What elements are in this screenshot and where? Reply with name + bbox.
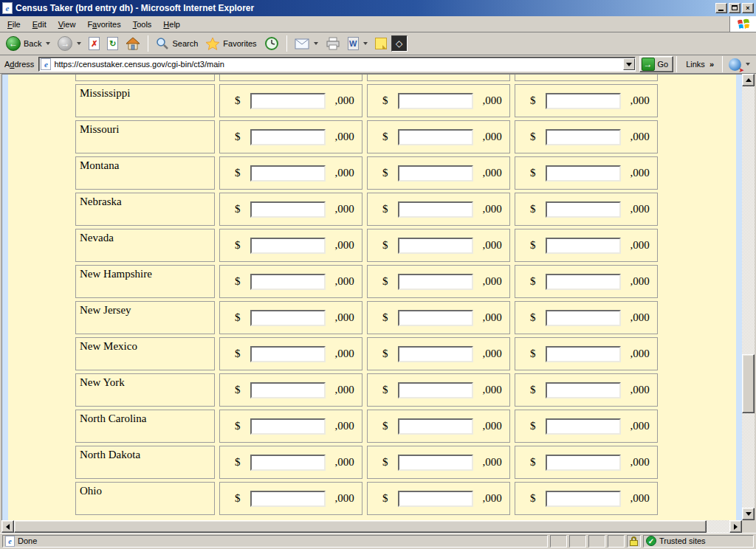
menu-item-view[interactable]: View [52,18,82,31]
amount-input[interactable] [398,129,473,145]
print-button[interactable] [323,34,343,53]
amount-cell: $,000 [367,446,510,479]
close-button[interactable]: × [742,3,754,13]
amount-input[interactable] [250,201,326,218]
amount-input[interactable] [546,455,621,471]
notes-button[interactable] [372,34,390,53]
diamond-plugin-button[interactable]: ◇ [391,35,408,52]
horizontal-scrollbar[interactable] [1,520,742,533]
amount-input[interactable] [546,201,621,218]
favorites-icon [205,37,220,50]
extension-dropdown-icon[interactable] [746,63,750,66]
amount-input[interactable] [250,491,326,507]
address-field[interactable]: e https://censustaker.census.gov/cgi-bin… [38,57,635,72]
edit-word-dropdown-icon[interactable] [363,42,368,45]
horizontal-scroll-track[interactable] [14,520,729,533]
amount-input[interactable] [546,310,621,326]
amount-input[interactable] [398,274,473,290]
home-button[interactable] [123,34,143,53]
address-url[interactable]: https://censustaker.census.gov/cgi-bin/c… [51,60,622,69]
forward-button[interactable]: → [55,34,84,53]
forward-dropdown-icon[interactable] [77,42,81,45]
amount-input[interactable] [250,93,326,109]
address-extension-button[interactable] [726,55,753,74]
status-panel-empty [608,535,625,548]
vertical-scroll-thumb[interactable] [742,354,755,413]
favorites-button[interactable]: Favorites [202,34,259,53]
toolbar-separator [722,56,723,72]
amount-input[interactable] [250,418,326,435]
amount-input[interactable] [398,382,473,398]
amount-input[interactable] [546,346,621,362]
stop-button[interactable]: ✗ [86,34,103,53]
amount-input[interactable] [546,491,621,507]
amount-input[interactable] [250,165,326,182]
amount-input[interactable] [250,346,326,362]
amount-input[interactable] [250,310,326,326]
refresh-button[interactable]: ↻ [104,34,121,53]
horizontal-scroll-thumb[interactable] [14,520,707,533]
amount-input[interactable] [250,238,326,254]
currency-prefix: $ [382,492,388,505]
amount-cell: $,000 [219,75,362,81]
thousands-suffix: ,000 [483,420,502,432]
state-label-cell: New Hampshire [75,265,215,298]
menu-item-help[interactable]: Help [157,18,186,31]
back-dropdown-icon[interactable] [46,42,50,45]
amount-input[interactable] [398,238,473,254]
menu-item-file[interactable]: File [1,18,27,31]
amount-input[interactable] [398,310,473,326]
minimize-button[interactable] [715,3,727,13]
amount-input[interactable] [398,165,473,182]
address-dropdown-button[interactable] [623,58,635,70]
amount-input[interactable] [546,129,621,145]
amount-input[interactable] [546,93,621,109]
amount-input[interactable] [546,165,621,182]
state-label-cell: Ohio [75,482,215,515]
mail-dropdown-icon[interactable] [314,42,318,45]
thousands-suffix: ,000 [630,420,650,432]
amount-input[interactable] [546,274,621,290]
amount-input[interactable] [250,382,326,398]
go-button[interactable]: → Go [639,56,674,72]
amount-input[interactable] [398,201,473,218]
scroll-right-button[interactable] [729,520,742,533]
amount-input[interactable] [398,491,473,507]
amount-cell: $,000 [219,410,362,443]
currency-prefix: $ [530,167,536,179]
amount-input[interactable] [398,418,473,435]
scroll-left-button[interactable] [1,520,14,533]
amount-input[interactable] [398,93,473,109]
amount-cell: $,000 [515,229,658,262]
search-button[interactable]: Search [153,34,201,53]
table-row: New Hampshire$,000$,000$,000 [75,265,658,298]
home-icon [126,37,140,50]
arrow-left-icon [6,524,10,530]
links-chevron-icon[interactable]: » [709,60,713,69]
vertical-scrollbar[interactable] [742,74,755,520]
amount-input[interactable] [398,455,473,471]
back-button[interactable]: ← Back [3,34,53,53]
amount-input[interactable] [398,346,473,362]
arrow-right-icon [734,524,738,530]
menu-item-tools[interactable]: Tools [127,18,158,31]
amount-input[interactable] [250,274,326,290]
amount-input[interactable] [546,238,621,254]
menu-item-edit[interactable]: Edit [27,18,52,31]
restore-button[interactable] [729,3,740,13]
edit-with-word-button[interactable]: W [345,34,371,53]
amount-input[interactable] [250,455,326,471]
amount-input[interactable] [250,129,326,145]
scroll-down-button[interactable] [742,508,755,520]
history-button[interactable] [261,34,282,53]
vertical-scroll-track[interactable] [742,86,755,508]
currency-prefix: $ [235,456,241,469]
amount-input[interactable] [546,418,621,435]
mail-button[interactable] [292,34,321,53]
currency-prefix: $ [235,311,241,324]
links-toolbar[interactable]: Links » [680,60,719,69]
menu-item-favorites[interactable]: Favorites [81,18,126,31]
amount-cell: $,000 [367,229,510,262]
amount-input[interactable] [546,382,621,398]
scroll-up-button[interactable] [742,74,755,86]
